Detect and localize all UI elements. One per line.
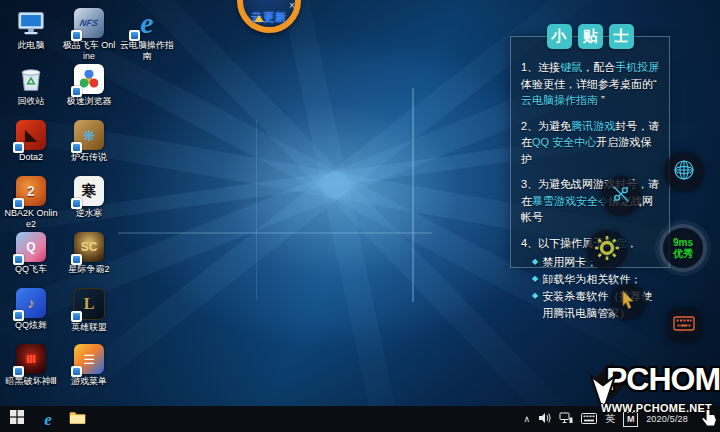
desktop-icon-label: 炉石传说 (71, 152, 107, 163)
disconnect-button[interactable] (601, 176, 641, 216)
desktop-icon-starcraft2[interactable]: SC星际争霸2 (61, 230, 117, 286)
ie-icon: e (132, 8, 162, 38)
nba2k-icon: 2 (16, 176, 46, 206)
desktop-icon-label: 逆水寒 (76, 208, 103, 219)
hearthstone-icon: ❋ (74, 120, 104, 150)
diamond-bullet-icon: ◆ (532, 271, 538, 288)
cloud-app-badge-icon (13, 198, 24, 209)
desktop-icon-ie[interactable]: e云电脑操作指南 (119, 6, 175, 62)
network-icon[interactable] (559, 410, 573, 428)
latency-rating: 优秀 (673, 248, 693, 260)
desktop-icon-label: NBA2K Online2 (4, 208, 58, 230)
desktop-icon-qq-dance[interactable]: ♪QQ炫舞 (3, 286, 59, 342)
desktop-icon-label: 云电脑操作指南 (120, 40, 174, 62)
latency-indicator[interactable]: 9ms 优秀 (663, 228, 703, 268)
ime-indicator[interactable]: M (623, 412, 638, 427)
file-explorer-button[interactable] (62, 406, 92, 432)
windows-logo-icon (10, 410, 24, 428)
tips-title-char: 贴 (578, 24, 603, 49)
keyboard-icon (673, 316, 695, 335)
game-menu-icon: ☰ (74, 344, 104, 374)
cloud-app-badge-icon (71, 254, 82, 265)
latency-value: 9ms (673, 237, 693, 249)
desktop-icon-recycle-bin[interactable]: 回收站 (3, 62, 59, 118)
desktop-icon-label: 回收站 (18, 96, 45, 107)
desktop-icon-label: QQ飞车 (15, 264, 47, 275)
desktop-icon-label: 英雄联盟 (71, 322, 107, 333)
cloud-app-badge-icon (13, 310, 24, 321)
nishuihan-icon: 寒 (74, 176, 104, 206)
desktop-icon-hearthstone[interactable]: ❋炉石传说 (61, 118, 117, 174)
qq-speed-icon: Q (16, 232, 46, 262)
qq-dance-icon: ♪ (16, 288, 46, 318)
desktop-icon-nishuihan[interactable]: 寒逆水寒 (61, 174, 117, 230)
desktop-icon-nfs[interactable]: NFS极品飞车 Online (61, 6, 117, 62)
folder-icon (69, 410, 86, 428)
language-indicator[interactable]: 英 (605, 412, 615, 426)
tip-bullet-item: ◆卸载华为相关软件； (521, 271, 660, 288)
virtual-keyboard-button[interactable] (667, 308, 701, 342)
desktop-icon-label: Dota2 (19, 152, 43, 163)
cloud-app-badge-icon (71, 142, 82, 153)
cloud-app-badge-icon (71, 198, 82, 209)
diamond-bullet-icon: ◆ (532, 288, 538, 322)
desktop-icon-grid: 此电脑回收站◣Dota22NBA2K Online2QQQ飞车♪QQ炫舞Ⅲ暗黑破… (3, 6, 177, 400)
network-globe-button[interactable] (664, 152, 704, 192)
globe-icon (672, 158, 696, 186)
start-button[interactable] (0, 406, 34, 432)
desktop-icon-label: QQ炫舞 (15, 320, 47, 331)
desktop-icon-label: 极品飞车 Online (62, 40, 116, 62)
cloud-app-badge-icon (71, 366, 82, 377)
gear-icon (594, 235, 620, 265)
cloud-app-badge-icon (13, 142, 24, 153)
lol-icon: L (73, 288, 105, 320)
dota2-icon: ◣ (16, 120, 46, 150)
recycle-bin-icon (16, 64, 46, 94)
cloud-pc-desktop: 此电脑回收站◣Dota22NBA2K Online2QQQ飞车♪QQ炫舞Ⅲ暗黑破… (0, 0, 720, 432)
cloud-app-badge-icon (71, 311, 82, 322)
diamond-bullet-icon: ◆ (532, 254, 538, 271)
cloud-app-badge-icon (71, 30, 82, 41)
tips-title-char: 小 (547, 24, 572, 49)
tray-date[interactable]: 2020/5/28 (646, 414, 688, 424)
system-tray: ∧ (524, 410, 720, 428)
tips-panel: 小贴士 1、连接键鼠，配合手机投屏体验更佳，详细参考桌面的“ 云电脑操作指南 ”… (510, 36, 670, 268)
starcraft2-icon: SC (74, 232, 104, 262)
touch-keyboard-icon[interactable] (581, 410, 597, 428)
cloud-app-badge-icon (71, 86, 82, 97)
desktop-icon-game-menu[interactable]: ☰游戏菜单 (61, 342, 117, 398)
tips-title: 小贴士 (511, 24, 669, 49)
volume-icon[interactable] (538, 410, 551, 428)
desktop-icon-label: 极速浏览器 (67, 96, 112, 107)
desktop-icon-label: 此电脑 (18, 40, 45, 51)
settings-button[interactable] (587, 230, 627, 270)
cloud-app-badge-icon (13, 254, 24, 265)
desktop-icon-speed-browser[interactable]: 极速浏览器 (61, 62, 117, 118)
desktop-icon-diablo3[interactable]: Ⅲ暗黑破坏神Ⅲ (3, 342, 59, 398)
desktop-icon-nba2k[interactable]: 2NBA2K Online2 (3, 174, 59, 230)
speed-browser-icon (74, 64, 104, 94)
desktop-icon-this-pc[interactable]: 此电脑 (3, 6, 59, 62)
desktop-icon-qq-speed[interactable]: QQQ飞车 (3, 230, 59, 286)
desktop-icon-label: 游戏菜单 (71, 376, 107, 387)
ie-icon: e (44, 411, 52, 428)
disconnect-plug-icon (609, 182, 633, 210)
nfs-icon: NFS (74, 8, 104, 38)
cloud-app-badge-icon (13, 366, 24, 377)
cursor-arrow-icon (619, 290, 637, 314)
tips-title-char: 士 (609, 24, 634, 49)
cloud-app-badge-icon (129, 30, 140, 41)
desktop-icon-lol[interactable]: L英雄联盟 (61, 286, 117, 342)
desktop-icon-dota2[interactable]: ◣Dota2 (3, 118, 59, 174)
ie-taskbar-button[interactable]: e (34, 406, 62, 432)
this-pc-icon (16, 8, 46, 38)
tip-item: 1、连接键鼠，配合手机投屏体验更佳，详细参考桌面的“ 云电脑操作指南 ” (521, 59, 660, 109)
desktop-icon-label: 暗黑破坏神Ⅲ (5, 376, 56, 387)
diablo3-icon: Ⅲ (16, 344, 46, 374)
cloud-update-close-icon[interactable]: × (289, 1, 295, 11)
desktop-icon-label: 星际争霸2 (68, 264, 109, 275)
cloud-update-arrow-icon (254, 15, 264, 22)
tray-overflow-chevron-icon[interactable]: ∧ (524, 414, 531, 424)
mouse-mode-button[interactable] (610, 284, 646, 320)
tips-body: 1、连接键鼠，配合手机投屏体验更佳，详细参考桌面的“ 云电脑操作指南 ”2、为避… (511, 37, 669, 326)
